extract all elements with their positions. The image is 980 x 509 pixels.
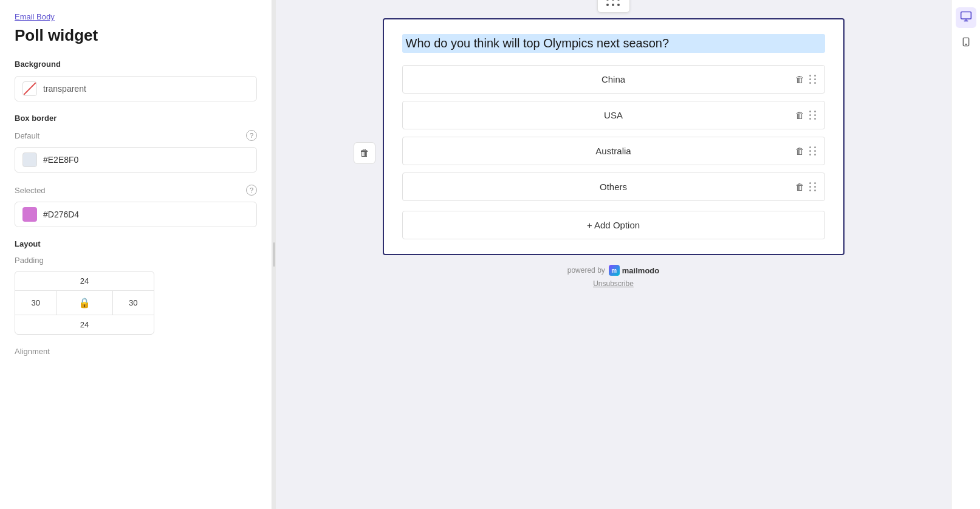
- widget-container: 🗑 Who do you think will top Olympics nex…: [383, 18, 845, 288]
- powered-by: powered by m mailmodo Unsubscribe: [383, 265, 845, 288]
- dot-2: [612, 0, 614, 1]
- mobile-view-button[interactable]: [956, 33, 976, 53]
- mailmodo-logo: m mailmodo: [609, 265, 659, 276]
- default-help-icon[interactable]: ?: [246, 130, 257, 141]
- padding-right-value[interactable]: 30: [113, 292, 154, 313]
- option-delete-china[interactable]: 🗑: [795, 74, 804, 84]
- dot-1: [606, 0, 609, 1]
- breadcrumb[interactable]: Email Body: [15, 12, 257, 21]
- poll-question[interactable]: Who do you think will top Olympics next …: [402, 34, 825, 53]
- option-text-usa: USA: [413, 110, 815, 120]
- option-text-australia: Australia: [413, 146, 815, 156]
- padding-container: 24 30 🔒 30 24: [15, 271, 154, 335]
- powered-by-inner: powered by m mailmodo: [383, 265, 845, 276]
- default-subsection-row: Default ?: [15, 130, 257, 141]
- add-option-button[interactable]: + Add Option: [402, 211, 825, 239]
- dot-3: [617, 0, 620, 1]
- option-actions-others: 🗑: [795, 182, 817, 192]
- padding-label: Padding: [15, 256, 257, 265]
- padding-lock-icon[interactable]: 🔒: [57, 291, 113, 315]
- selected-color-picker[interactable]: #D276D4: [15, 202, 257, 227]
- mobile-icon: [961, 36, 971, 51]
- main-canvas: 🗑 Who do you think will top Olympics nex…: [276, 0, 951, 509]
- option-text-china: China: [413, 74, 815, 84]
- lock-symbol: 🔒: [78, 297, 91, 309]
- option-delete-australia[interactable]: 🗑: [795, 146, 804, 156]
- dot-5: [612, 4, 614, 6]
- desktop-view-button[interactable]: [956, 7, 976, 28]
- padding-top-value[interactable]: 24: [70, 272, 98, 290]
- mailmodo-icon: m: [609, 265, 620, 276]
- trash-icon: 🗑: [360, 148, 369, 159]
- resize-handle[interactable]: [273, 242, 275, 267]
- selected-label: Selected: [15, 186, 46, 195]
- selected-subsection-row: Selected ?: [15, 185, 257, 196]
- poll-option-row: USA 🗑: [402, 101, 825, 129]
- default-color-picker[interactable]: #E2E8F0: [15, 147, 257, 173]
- padding-left-value[interactable]: 30: [15, 292, 57, 313]
- option-drag-others[interactable]: [809, 182, 817, 191]
- drag-bar[interactable]: [597, 0, 630, 13]
- option-drag-china[interactable]: [809, 75, 817, 84]
- layout-section-label: Layout: [15, 239, 257, 248]
- option-text-others: Others: [413, 182, 815, 192]
- padding-bottom-row: 24: [15, 315, 154, 334]
- poll-widget-box: Who do you think will top Olympics next …: [383, 18, 845, 255]
- unsubscribe-link[interactable]: Unsubscribe: [383, 279, 845, 288]
- option-delete-usa[interactable]: 🗑: [795, 110, 804, 120]
- selected-help-icon[interactable]: ?: [246, 185, 257, 196]
- svg-point-4: [965, 44, 966, 44]
- background-color-picker[interactable]: transparent: [15, 76, 257, 101]
- default-color-swatch: [22, 152, 37, 167]
- option-actions-china: 🗑: [795, 74, 817, 84]
- option-delete-others[interactable]: 🗑: [795, 182, 804, 192]
- powered-by-text: powered by: [567, 266, 605, 275]
- background-section-label: Background: [15, 60, 257, 69]
- option-drag-usa[interactable]: [809, 111, 817, 120]
- background-color-value: transparent: [43, 84, 86, 94]
- poll-options-list: China 🗑 USA 🗑: [402, 65, 825, 201]
- box-border-section-label: Box border: [15, 114, 257, 123]
- widget-delete-button[interactable]: 🗑: [354, 142, 375, 164]
- padding-middle-row: 30 🔒 30: [15, 291, 154, 315]
- default-hex-value: #E2E8F0: [43, 155, 78, 165]
- drag-dots-grid: [606, 0, 621, 7]
- dot-4: [606, 4, 609, 6]
- alignment-label: Alignment: [15, 347, 257, 356]
- default-label: Default: [15, 131, 39, 140]
- background-color-swatch: [22, 81, 37, 96]
- right-sidebar: [951, 0, 980, 509]
- desktop-icon: [960, 10, 972, 26]
- left-panel: Email Body Poll widget Background transp…: [0, 0, 272, 509]
- selected-hex-value: #D276D4: [43, 210, 79, 219]
- option-actions-usa: 🗑: [795, 110, 817, 120]
- mailmodo-brand-name: mailmodo: [622, 266, 659, 275]
- poll-option-row: China 🗑: [402, 65, 825, 94]
- option-actions-australia: 🗑: [795, 146, 817, 156]
- padding-bottom-value[interactable]: 24: [70, 315, 98, 334]
- poll-option-row: Others 🗑: [402, 173, 825, 201]
- padding-top-row: 24: [15, 272, 154, 291]
- poll-option-row: Australia 🗑: [402, 137, 825, 165]
- dot-6: [617, 4, 620, 6]
- page-title: Poll widget: [15, 26, 257, 45]
- svg-rect-0: [961, 12, 971, 19]
- selected-color-swatch: [22, 207, 37, 222]
- option-drag-australia[interactable]: [809, 146, 817, 155]
